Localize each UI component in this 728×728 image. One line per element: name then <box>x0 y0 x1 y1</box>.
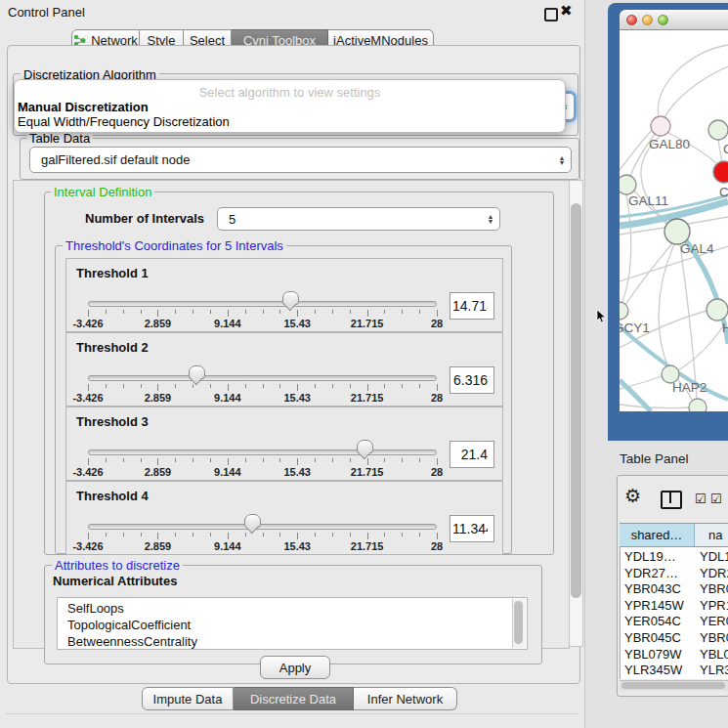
close-traffic-light-icon[interactable] <box>626 15 637 25</box>
slider-tick <box>367 533 368 539</box>
network-canvas[interactable]: GAL80GACGAL11GAL4GCY1HHAP2 <box>620 30 728 411</box>
slider-tick <box>88 310 89 317</box>
slider-tick-label: -3.426 <box>72 392 103 404</box>
slider-tick <box>384 533 385 536</box>
network-node-label: GA <box>723 142 728 156</box>
list-item[interactable]: SelfLoops <box>67 601 124 616</box>
algorithm-dropdown-popup: Select algorithm to view settings Manual… <box>14 79 566 133</box>
slider-tick <box>279 384 280 388</box>
slider-tick <box>419 384 420 388</box>
table-row[interactable]: YDR27…YDR2 <box>621 566 728 582</box>
horizontal-scrollbar[interactable] <box>620 680 728 691</box>
apply-button[interactable]: Apply <box>260 656 330 679</box>
cell-name: YDL1 <box>700 549 728 564</box>
network-node-label: GAL80 <box>649 137 690 151</box>
slider-thumb[interactable] <box>282 291 299 305</box>
network-node[interactable] <box>708 120 728 140</box>
minimize-traffic-light-icon[interactable] <box>642 15 653 25</box>
slider-thumb[interactable] <box>357 440 373 453</box>
threshold-value-input[interactable] <box>450 441 494 468</box>
panel-title: Control Panel <box>8 5 85 20</box>
slider-tick <box>210 310 211 314</box>
zoom-traffic-light-icon[interactable] <box>658 15 668 25</box>
network-node[interactable] <box>651 116 670 136</box>
dropdown-option-manual[interactable]: Manual Discretization <box>18 100 149 114</box>
slider-tick <box>175 458 176 462</box>
slider-tick <box>384 458 385 462</box>
attributes-group-title: Attributes to discretize <box>52 558 183 573</box>
number-of-intervals-combobox[interactable]: 5 ▲▼ <box>217 207 500 231</box>
network-node[interactable] <box>707 299 728 321</box>
table-data-group-title: Table Data <box>26 131 93 146</box>
threshold-value-input[interactable] <box>450 515 494 542</box>
slider-thumb[interactable] <box>189 365 205 379</box>
checkbox-icon[interactable]: ☑ <box>710 492 722 506</box>
slider-tick <box>157 310 158 317</box>
slider-tick <box>350 533 351 536</box>
slider-tick <box>210 384 211 388</box>
slider-tick <box>279 533 280 536</box>
network-node[interactable] <box>620 175 636 194</box>
list-item[interactable]: TopologicalCoefficient <box>67 618 191 632</box>
tab-impute-data[interactable]: Impute Data <box>142 687 234 710</box>
thresholds-group-title: Threshold's Coordinates for 5 Intervals <box>63 238 286 253</box>
vertical-scrollbar[interactable] <box>569 180 583 647</box>
network-node[interactable] <box>689 399 707 411</box>
table-row[interactable]: YLR345WYLR3 <box>621 663 728 679</box>
dropdown-option-equal-width[interactable]: Equal Width/Frequency Discretization <box>18 114 230 129</box>
close-icon[interactable]: ✖ <box>560 2 573 20</box>
table-row[interactable]: YBR043CYBR0 <box>621 581 728 598</box>
slider-track[interactable] <box>88 375 437 381</box>
table-body[interactable]: YDL19…YDL1YDR27…YDR2YBR043CYBR0YPR145WYP… <box>620 547 728 679</box>
table-row[interactable]: YBL079WYBL0 <box>621 647 728 664</box>
gear-icon[interactable]: ⚙ <box>624 487 641 505</box>
column-header-shared-name[interactable]: shared… <box>620 524 695 546</box>
slider-tick <box>157 533 158 539</box>
numerical-attributes-label: Numerical Attributes <box>53 574 177 588</box>
slider-tick <box>402 384 403 388</box>
numerical-attributes-list[interactable]: SelfLoopsTopologicalCoefficientBetweenne… <box>57 597 528 650</box>
slider-tick-label: 28 <box>431 392 443 404</box>
table-row[interactable]: YPR145WYPR1 <box>621 598 728 615</box>
network-node[interactable] <box>620 302 628 320</box>
threshold-value-input[interactable] <box>450 292 494 320</box>
network-node-label: GAL11 <box>628 193 668 208</box>
table-row[interactable]: YBR045CYBR0 <box>621 630 728 647</box>
table-row[interactable]: YER054CYER0 <box>621 614 728 630</box>
slider-track[interactable] <box>88 301 437 307</box>
list-scrollbar[interactable] <box>512 599 526 648</box>
float-window-icon[interactable] <box>544 8 558 21</box>
slider-track[interactable] <box>88 450 437 455</box>
split-view-icon[interactable] <box>661 491 682 509</box>
slider-tick <box>245 533 246 536</box>
slider-tick <box>332 384 333 388</box>
slider-track[interactable] <box>88 524 437 530</box>
threshold-block: Threshold 4-3.4262.8599.14415.4321.71528 <box>65 481 503 555</box>
slider-tick <box>419 310 420 314</box>
threshold-block: Threshold 2-3.4262.8599.14415.4321.71528 <box>65 332 503 407</box>
scrollbar-thumb[interactable] <box>571 203 581 598</box>
dropdown-hint: Select algorithm to view settings <box>15 85 565 100</box>
slider-tick <box>402 458 403 462</box>
slider-tick <box>419 533 420 536</box>
slider-tick <box>228 533 229 539</box>
tab-discretize-data[interactable]: Discretize Data <box>234 687 354 710</box>
tab-label: Impute Data <box>153 692 223 707</box>
column-header-name[interactable]: na <box>695 524 728 546</box>
tab-infer-network[interactable]: Infer Network <box>354 687 457 710</box>
slider-tick <box>384 310 385 314</box>
threshold-block: Threshold 3-3.4262.8599.14415.4321.71528 <box>65 407 503 481</box>
checkbox-icon[interactable]: ☑ <box>695 492 707 506</box>
scrollbar-thumb[interactable] <box>514 601 523 644</box>
slider-tick <box>245 458 246 462</box>
list-item[interactable]: BetweennessCentrality <box>67 634 197 649</box>
slider-tick <box>297 310 298 317</box>
slider-tick-label: 28 <box>431 540 443 552</box>
scrollbar-thumb[interactable] <box>621 682 725 689</box>
interval-definition-group-title: Interval Definition <box>51 185 154 199</box>
table-data-combobox[interactable]: galFiltered.sif default node ▲▼ <box>29 147 572 173</box>
threshold-value-input[interactable] <box>450 366 494 394</box>
network-node[interactable] <box>713 161 728 183</box>
table-row[interactable]: YDL19…YDL1 <box>621 549 728 566</box>
slider-thumb[interactable] <box>244 514 261 528</box>
